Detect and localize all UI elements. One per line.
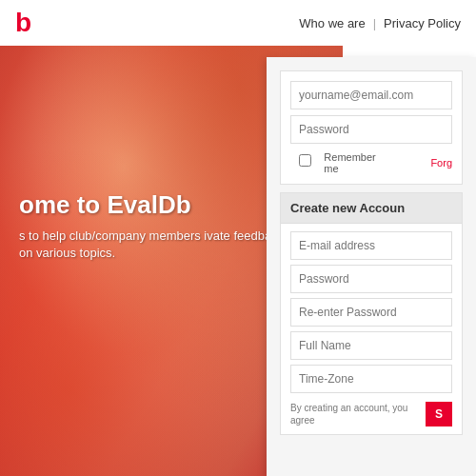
register-email-input[interactable] — [290, 231, 452, 260]
register-terms-text: By creating an account, you agree — [290, 402, 420, 426]
register-reenter-input[interactable] — [290, 298, 452, 327]
register-bottom: By creating an account, you agree S — [290, 402, 452, 426]
main-nav: Who we are | Privacy Policy — [299, 16, 461, 30]
hero-subtitle: s to help club/company members ivate fee… — [19, 228, 286, 262]
register-password-input[interactable] — [290, 265, 452, 293]
forgot-password-link[interactable]: Forg — [430, 157, 452, 169]
who-we-are-link[interactable]: Who we are — [299, 16, 365, 30]
login-password-input[interactable] — [290, 115, 452, 144]
remember-me-text: Remember me — [324, 151, 375, 174]
hero-title: ome to EvalDb — [19, 190, 286, 220]
logo[interactable]: b — [15, 8, 30, 38]
register-form: By creating an account, you agree S — [281, 224, 462, 434]
remember-me-checkbox[interactable] — [290, 154, 320, 167]
remember-me-label: Remember me — [290, 151, 376, 174]
auth-panel: Remember me Forg Create new Accoun By cr… — [267, 57, 476, 476]
register-header: Create new Accoun — [281, 193, 462, 224]
register-submit-button[interactable]: S — [426, 402, 452, 426]
login-section: Remember me Forg — [280, 70, 463, 185]
header: b Who we are | Privacy Policy — [0, 0, 476, 46]
hero-text-block: ome to EvalDb s to help club/company mem… — [0, 190, 305, 262]
register-fullname-input[interactable] — [290, 331, 452, 360]
nav-separator: | — [373, 16, 376, 30]
privacy-policy-link[interactable]: Privacy Policy — [384, 16, 461, 30]
register-section: Create new Accoun By creating an account… — [280, 192, 463, 435]
register-timezone-input[interactable] — [290, 365, 452, 393]
remember-row: Remember me Forg — [290, 151, 452, 174]
login-email-input[interactable] — [290, 81, 452, 109]
